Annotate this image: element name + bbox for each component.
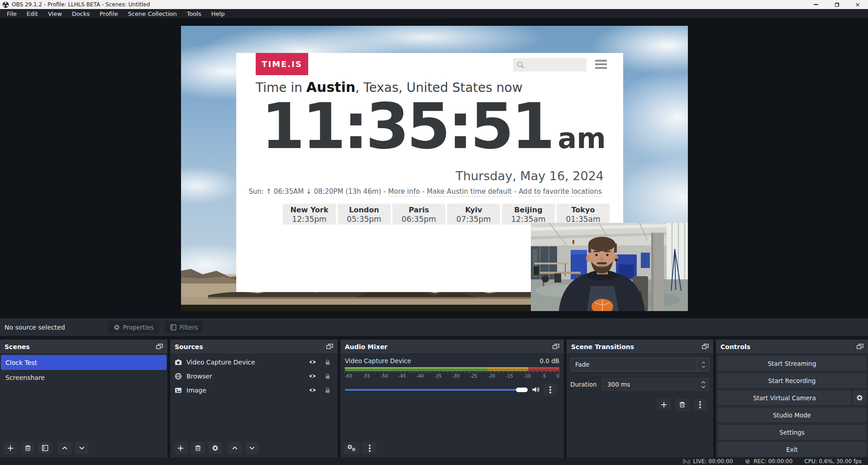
source-move-down-button[interactable] bbox=[245, 442, 259, 454]
lock-toggle[interactable] bbox=[322, 387, 333, 393]
chevron-down-icon bbox=[249, 446, 255, 450]
menu-scene-collection[interactable]: Scene Collection bbox=[123, 9, 182, 18]
source-item-browser[interactable]: Browser bbox=[171, 369, 337, 383]
add-favorite-link: Add to favorite locations bbox=[519, 187, 602, 197]
controls-panel-header[interactable]: Controls bbox=[716, 340, 868, 354]
source-properties-button[interactable] bbox=[208, 442, 222, 454]
volume-slider-handle[interactable] bbox=[516, 388, 528, 392]
timeis-sun-line: Sun: ↑ 06:35AM ↓ 08:20PM (13h 46m)-More … bbox=[236, 187, 614, 196]
menu-view[interactable]: View bbox=[43, 9, 67, 18]
mixer-menu-button[interactable] bbox=[363, 442, 377, 454]
source-status-text: No source selected bbox=[5, 324, 65, 331]
close-icon: × bbox=[855, 1, 860, 8]
minimize-button[interactable] bbox=[806, 0, 826, 9]
studio-mode-button[interactable]: Studio Mode bbox=[718, 407, 866, 422]
world-cities-row: New York12:35pm London05:35pm Paris06:35… bbox=[283, 204, 610, 225]
chevron-up-icon bbox=[701, 361, 706, 364]
lock-icon bbox=[324, 373, 331, 379]
menu-file[interactable]: File bbox=[2, 9, 22, 18]
popout-icon bbox=[326, 344, 333, 350]
more-info-link: More info bbox=[388, 187, 420, 197]
city-paris: Paris06:35pm bbox=[392, 204, 445, 225]
chevron-down-icon bbox=[701, 365, 706, 368]
menu-edit[interactable]: Edit bbox=[22, 9, 43, 18]
mixer-panel-header[interactable]: Audio Mixer bbox=[340, 340, 564, 354]
close-button[interactable]: × bbox=[847, 0, 868, 9]
menu-bar: File Edit View Docks Profile Scene Colle… bbox=[0, 9, 868, 18]
properties-button[interactable]: Properties bbox=[108, 321, 159, 333]
webcam-video bbox=[531, 223, 688, 311]
volume-slider[interactable] bbox=[345, 389, 528, 391]
duration-spinbox[interactable]: 300 ms bbox=[601, 378, 710, 391]
add-scene-button[interactable]: + bbox=[4, 442, 17, 454]
menu-profile[interactable]: Profile bbox=[95, 9, 123, 18]
restore-button[interactable] bbox=[826, 0, 847, 9]
visibility-toggle[interactable] bbox=[307, 387, 318, 393]
dots-menu-icon bbox=[549, 389, 551, 391]
virtual-camera-config-button[interactable] bbox=[853, 390, 866, 405]
remove-scene-button[interactable] bbox=[21, 442, 34, 454]
source-item-video-capture[interactable]: Video Capture Device bbox=[171, 355, 337, 369]
live-status: LIVE: 00:00:00 bbox=[682, 458, 733, 465]
settings-button[interactable]: Settings bbox=[718, 425, 866, 440]
scene-filters-button[interactable] bbox=[38, 442, 52, 454]
menu-help[interactable]: Help bbox=[206, 9, 230, 18]
webcam-source[interactable] bbox=[531, 223, 688, 311]
mute-toggle[interactable] bbox=[531, 386, 540, 393]
source-move-up-button[interactable] bbox=[228, 442, 242, 454]
start-streaming-button[interactable]: Start Streaming bbox=[718, 356, 866, 371]
city-london: London05:35pm bbox=[338, 204, 391, 225]
remove-source-button[interactable] bbox=[191, 442, 205, 454]
lock-toggle[interactable] bbox=[322, 373, 333, 379]
popout-icon bbox=[857, 344, 863, 350]
menu-docks[interactable]: Docks bbox=[67, 9, 95, 18]
sources-panel-header[interactable]: Sources bbox=[170, 340, 338, 354]
duration-label: Duration bbox=[570, 381, 596, 388]
record-off-icon bbox=[744, 458, 751, 465]
add-transition-button[interactable]: + bbox=[657, 398, 671, 411]
start-virtual-camera-button[interactable]: Start Virtual Camera bbox=[718, 390, 851, 405]
minimize-icon bbox=[814, 4, 818, 5]
status-bar: LIVE: 00:00:00 REC: 00:00:00 CPU: 0.6%, … bbox=[0, 457, 868, 465]
menu-tools[interactable]: Tools bbox=[182, 9, 206, 18]
scene-item-screenshare[interactable]: Screenshare bbox=[1, 370, 167, 385]
chevron-down-icon[interactable] bbox=[701, 385, 706, 388]
combo-spinner[interactable] bbox=[697, 358, 709, 371]
lock-toggle[interactable] bbox=[322, 359, 333, 365]
channel-menu-button[interactable] bbox=[544, 384, 557, 396]
timeis-logo: TIME.IS bbox=[256, 53, 308, 75]
source-item-image[interactable]: Image bbox=[171, 383, 337, 397]
exit-button[interactable]: Exit bbox=[718, 442, 866, 457]
start-recording-button[interactable]: Start Recording bbox=[718, 373, 866, 388]
obs-window: OBS 29.1.2 - Profile: LLHLS BETA - Scene… bbox=[0, 0, 868, 465]
visibility-toggle[interactable] bbox=[307, 373, 318, 379]
visibility-toggle[interactable] bbox=[307, 359, 318, 365]
restore-icon bbox=[835, 3, 839, 7]
preview-canvas[interactable]: TIME.IS Time in Austin, Texas, United St… bbox=[181, 26, 688, 311]
scene-transitions-panel: Scene Transitions Fade Duration 300 ms + bbox=[567, 340, 713, 457]
title-bar[interactable]: OBS 29.1.2 - Profile: LLHLS BETA - Scene… bbox=[0, 0, 868, 9]
scene-item-clock-test[interactable]: Clock Test bbox=[1, 355, 167, 370]
search-icon bbox=[517, 61, 525, 69]
controls-panel: Controls Start Streaming Start Recording… bbox=[716, 340, 868, 457]
transitions-panel-header[interactable]: Scene Transitions bbox=[567, 340, 713, 354]
scenes-panel-header[interactable]: Scenes bbox=[0, 340, 167, 354]
city-tokyo: Tokyo01:35am bbox=[557, 204, 610, 225]
preview-area: TIME.IS Time in Austin, Texas, United St… bbox=[0, 18, 868, 318]
gear-icon bbox=[114, 324, 120, 331]
rec-status: REC: 00:00:00 bbox=[744, 458, 792, 465]
transition-menu-button[interactable] bbox=[693, 398, 707, 411]
transition-select[interactable]: Fade bbox=[570, 358, 710, 371]
gear-icon bbox=[212, 445, 219, 451]
hamburger-menu-icon bbox=[595, 60, 607, 69]
scene-move-up-button[interactable] bbox=[58, 442, 72, 454]
advanced-audio-button[interactable] bbox=[344, 442, 359, 454]
audio-mixer-panel: Audio Mixer Video Capture Device 0.0 dB … bbox=[340, 340, 564, 457]
filters-button[interactable]: Filters bbox=[165, 321, 203, 333]
add-source-button[interactable]: + bbox=[174, 442, 187, 454]
chevron-up-icon[interactable] bbox=[701, 381, 706, 384]
camera-icon bbox=[175, 359, 182, 366]
chevron-up-icon bbox=[62, 446, 68, 450]
remove-transition-button[interactable] bbox=[675, 398, 689, 411]
scene-move-down-button[interactable] bbox=[75, 442, 89, 454]
